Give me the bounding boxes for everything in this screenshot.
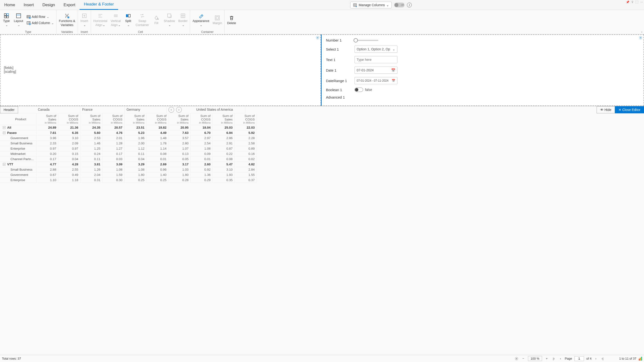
row-name-cell[interactable]: Government xyxy=(0,135,36,141)
gear-icon[interactable] xyxy=(316,36,320,40)
row-name-cell[interactable]: Small Business xyxy=(0,167,36,172)
data-cell: 0.17 xyxy=(36,156,58,162)
data-cell: 20.57 xyxy=(102,125,124,130)
more-icon[interactable]: ⋯ xyxy=(640,1,643,4)
shadow-dropdown-button[interactable]: Shadow xyxy=(162,11,176,29)
data-cell: 1.80 xyxy=(168,172,190,177)
vertical-align-button[interactable]: Vertical Align xyxy=(109,11,122,29)
column-nav-prev[interactable]: ‹ xyxy=(168,107,174,113)
data-cell: 3.10 xyxy=(58,135,80,141)
svg-rect-2 xyxy=(7,14,8,16)
daterange-input[interactable]: 07-01-2024 - 07-11-2024 📅 xyxy=(354,77,398,84)
filter-icon[interactable]: ⊽ xyxy=(631,1,634,4)
ribbon: Type Layout Add Row Add Column xyxy=(0,10,644,34)
header-pane-button[interactable]: Header xyxy=(0,106,18,113)
select-dropdown[interactable]: Option 1, Option 2, Op ⌄ xyxy=(354,46,398,53)
data-cell: 0.11 xyxy=(80,156,102,162)
data-cell: 2.91 xyxy=(212,141,235,146)
row-name-cell[interactable]: −Paseo xyxy=(0,130,36,135)
data-cell: 4.49 xyxy=(146,130,169,135)
split-icon xyxy=(125,13,131,19)
data-cell: 2.60 xyxy=(190,162,213,167)
swap-container-button[interactable]: Swap Container xyxy=(134,11,150,29)
expand-icon[interactable]: ⛶ xyxy=(636,1,638,4)
chevron-down-icon xyxy=(182,23,184,27)
add-row-button[interactable]: Add Row xyxy=(25,14,55,19)
param-number-label: Number 1 xyxy=(326,38,354,42)
number-slider[interactable] xyxy=(354,40,378,41)
data-cell: 1.10 xyxy=(36,177,58,183)
data-cell: 4.28 xyxy=(58,162,80,167)
data-cell: 2.58 xyxy=(235,141,257,146)
data-cell: 20.95 xyxy=(168,125,190,130)
close-editor-button[interactable]: ✕ Close Editor xyxy=(615,106,644,113)
chevron-down-icon xyxy=(83,23,86,27)
collapse-ribbon-icon[interactable]: ⌄ xyxy=(640,29,644,34)
col-header: Sum of Salesin Millions xyxy=(36,113,58,125)
pin-icon[interactable]: 📌 xyxy=(626,1,630,4)
split-dropdown-button[interactable]: Split xyxy=(123,11,134,29)
fill-button[interactable]: Fill xyxy=(151,11,162,29)
insert-dropdown-button[interactable]: Insert xyxy=(79,11,90,29)
tab-design[interactable]: Design xyxy=(38,1,59,10)
data-cell: 2.80 xyxy=(168,141,190,146)
svg-rect-3 xyxy=(4,16,6,18)
gear-icon[interactable] xyxy=(639,36,642,40)
horizontal-align-button[interactable]: Horizontal Align xyxy=(92,11,109,29)
data-cell: 0.13 xyxy=(168,151,190,156)
appearance-dropdown-button[interactable]: Appearance xyxy=(191,11,210,29)
auto-toggle[interactable]: Off xyxy=(394,3,404,8)
header-left-cell[interactable]: [fields] [scaling] xyxy=(0,34,321,106)
collapse-icon[interactable]: − xyxy=(3,163,6,166)
collapse-icon[interactable]: − xyxy=(3,126,6,129)
eye-icon: 👁 xyxy=(600,108,604,112)
header-right-cell[interactable]: Number 1 Select 1 Option 1, Option 2, Op… xyxy=(321,34,644,106)
type-dropdown-button[interactable]: Type xyxy=(1,11,12,29)
border-dropdown-button[interactable]: Border xyxy=(177,11,189,29)
hide-button[interactable]: 👁 Hide xyxy=(596,106,615,113)
param-text-label: Text 1 xyxy=(326,58,354,62)
svg-rect-18 xyxy=(216,17,218,19)
delete-button[interactable]: Delete xyxy=(226,11,238,29)
add-column-button[interactable]: Add Column xyxy=(25,20,55,26)
info-icon[interactable]: i xyxy=(407,3,412,8)
collapse-icon[interactable]: − xyxy=(3,131,6,134)
boolean-toggle[interactable] xyxy=(354,88,363,92)
data-cell: 2.55 xyxy=(58,167,80,172)
row-name-cell[interactable]: Midmarket xyxy=(0,151,36,156)
data-cell: 0.02 xyxy=(235,156,257,162)
data-cell: 18.04 xyxy=(190,125,213,130)
data-cell: 1.08 xyxy=(190,146,213,151)
functions-variables-button[interactable]: Functions & Variables xyxy=(58,11,77,29)
date-input[interactable]: 07-01-2024 📅 xyxy=(354,67,398,74)
trash-icon xyxy=(229,15,234,21)
data-cell: 1.12 xyxy=(124,146,146,151)
data-cell: 2.69 xyxy=(146,162,169,167)
data-cell: 2.86 xyxy=(212,135,235,141)
row-name-cell[interactable]: −VTT xyxy=(0,162,36,167)
tab-export[interactable]: Export xyxy=(59,1,80,10)
tab-header-footer[interactable]: Header & Footer xyxy=(80,0,118,10)
manage-columns-dropdown[interactable]: Manage Columns ⌄ xyxy=(350,2,392,8)
chevron-down-icon xyxy=(200,23,202,27)
row-name-cell[interactable]: Enterprise xyxy=(0,177,36,183)
data-cell: 5.92 xyxy=(235,130,257,135)
chevron-down-icon xyxy=(168,23,171,27)
row-name-cell[interactable]: −All xyxy=(0,125,36,130)
data-cell: 0.97 xyxy=(58,146,80,151)
margin-button[interactable]: Margin xyxy=(211,11,224,29)
row-name-cell[interactable]: Government xyxy=(0,172,36,177)
layout-dropdown-button[interactable]: Layout xyxy=(12,11,24,29)
text-input[interactable] xyxy=(354,56,398,63)
row-name-cell[interactable]: Small Business xyxy=(0,141,36,146)
column-nav-next[interactable]: › xyxy=(176,107,182,113)
tab-insert[interactable]: Insert xyxy=(19,1,38,10)
data-cell: 3.96 xyxy=(36,135,58,141)
data-cell: 4.76 xyxy=(102,130,124,135)
tab-home[interactable]: Home xyxy=(0,1,19,10)
data-cell: 2.28 xyxy=(235,135,257,141)
data-cell: 0.67 xyxy=(36,172,58,177)
row-name-cell[interactable]: Enterprise xyxy=(0,146,36,151)
data-cell: 2.97 xyxy=(190,135,213,141)
row-name-cell[interactable]: Channel Partn... xyxy=(0,156,36,162)
